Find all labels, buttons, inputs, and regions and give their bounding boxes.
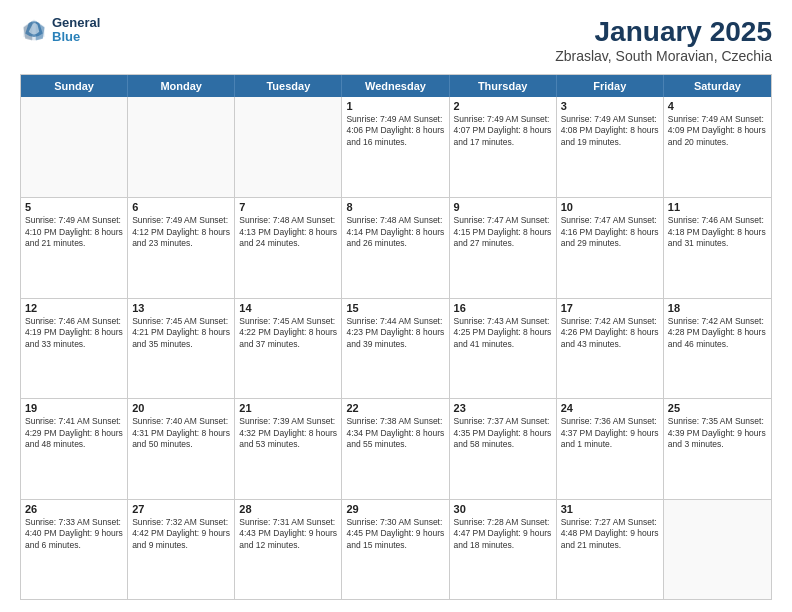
calendar-cell: 15Sunrise: 7:44 AM Sunset: 4:23 PM Dayli… (342, 299, 449, 398)
calendar-cell: 12Sunrise: 7:46 AM Sunset: 4:19 PM Dayli… (21, 299, 128, 398)
logo: General Blue (20, 16, 100, 45)
page: General Blue January 2025 Zbraslav, Sout… (0, 0, 792, 612)
day-info: Sunrise: 7:32 AM Sunset: 4:42 PM Dayligh… (132, 517, 230, 551)
day-info: Sunrise: 7:42 AM Sunset: 4:26 PM Dayligh… (561, 316, 659, 350)
day-number: 16 (454, 302, 552, 314)
title-block: January 2025 Zbraslav, South Moravian, C… (555, 16, 772, 64)
day-number: 8 (346, 201, 444, 213)
day-number: 15 (346, 302, 444, 314)
day-info: Sunrise: 7:28 AM Sunset: 4:47 PM Dayligh… (454, 517, 552, 551)
day-info: Sunrise: 7:47 AM Sunset: 4:15 PM Dayligh… (454, 215, 552, 249)
calendar-cell (128, 97, 235, 197)
calendar-cell (664, 500, 771, 599)
day-number: 2 (454, 100, 552, 112)
calendar-cell: 8Sunrise: 7:48 AM Sunset: 4:14 PM Daylig… (342, 198, 449, 297)
day-info: Sunrise: 7:37 AM Sunset: 4:35 PM Dayligh… (454, 416, 552, 450)
day-info: Sunrise: 7:30 AM Sunset: 4:45 PM Dayligh… (346, 517, 444, 551)
calendar-cell: 26Sunrise: 7:33 AM Sunset: 4:40 PM Dayli… (21, 500, 128, 599)
day-number: 31 (561, 503, 659, 515)
calendar-cell: 18Sunrise: 7:42 AM Sunset: 4:28 PM Dayli… (664, 299, 771, 398)
calendar-cell: 24Sunrise: 7:36 AM Sunset: 4:37 PM Dayli… (557, 399, 664, 498)
logo-text: General Blue (52, 16, 100, 45)
day-info: Sunrise: 7:39 AM Sunset: 4:32 PM Dayligh… (239, 416, 337, 450)
weekday-header: Sunday (21, 75, 128, 97)
day-info: Sunrise: 7:47 AM Sunset: 4:16 PM Dayligh… (561, 215, 659, 249)
day-info: Sunrise: 7:49 AM Sunset: 4:12 PM Dayligh… (132, 215, 230, 249)
day-number: 26 (25, 503, 123, 515)
calendar-cell: 17Sunrise: 7:42 AM Sunset: 4:26 PM Dayli… (557, 299, 664, 398)
day-number: 18 (668, 302, 767, 314)
weekday-header: Friday (557, 75, 664, 97)
day-info: Sunrise: 7:35 AM Sunset: 4:39 PM Dayligh… (668, 416, 767, 450)
day-number: 20 (132, 402, 230, 414)
day-info: Sunrise: 7:33 AM Sunset: 4:40 PM Dayligh… (25, 517, 123, 551)
day-info: Sunrise: 7:49 AM Sunset: 4:09 PM Dayligh… (668, 114, 767, 148)
day-number: 5 (25, 201, 123, 213)
day-number: 22 (346, 402, 444, 414)
day-info: Sunrise: 7:45 AM Sunset: 4:21 PM Dayligh… (132, 316, 230, 350)
calendar-cell: 14Sunrise: 7:45 AM Sunset: 4:22 PM Dayli… (235, 299, 342, 398)
calendar-row: 5Sunrise: 7:49 AM Sunset: 4:10 PM Daylig… (21, 197, 771, 297)
logo-line1: General (52, 16, 100, 30)
day-number: 6 (132, 201, 230, 213)
header: General Blue January 2025 Zbraslav, Sout… (20, 16, 772, 64)
day-number: 24 (561, 402, 659, 414)
day-info: Sunrise: 7:42 AM Sunset: 4:28 PM Dayligh… (668, 316, 767, 350)
calendar-cell (21, 97, 128, 197)
calendar-row: 12Sunrise: 7:46 AM Sunset: 4:19 PM Dayli… (21, 298, 771, 398)
calendar-cell: 31Sunrise: 7:27 AM Sunset: 4:48 PM Dayli… (557, 500, 664, 599)
day-number: 21 (239, 402, 337, 414)
logo-line2: Blue (52, 30, 100, 44)
day-number: 17 (561, 302, 659, 314)
day-number: 25 (668, 402, 767, 414)
weekday-header: Monday (128, 75, 235, 97)
day-info: Sunrise: 7:49 AM Sunset: 4:07 PM Dayligh… (454, 114, 552, 148)
calendar-subtitle: Zbraslav, South Moravian, Czechia (555, 48, 772, 64)
calendar-cell: 1Sunrise: 7:49 AM Sunset: 4:06 PM Daylig… (342, 97, 449, 197)
day-number: 10 (561, 201, 659, 213)
day-info: Sunrise: 7:40 AM Sunset: 4:31 PM Dayligh… (132, 416, 230, 450)
calendar-title: January 2025 (555, 16, 772, 48)
day-number: 23 (454, 402, 552, 414)
day-info: Sunrise: 7:44 AM Sunset: 4:23 PM Dayligh… (346, 316, 444, 350)
weekday-header: Thursday (450, 75, 557, 97)
calendar-row: 1Sunrise: 7:49 AM Sunset: 4:06 PM Daylig… (21, 97, 771, 197)
day-number: 7 (239, 201, 337, 213)
day-number: 4 (668, 100, 767, 112)
day-number: 13 (132, 302, 230, 314)
day-info: Sunrise: 7:45 AM Sunset: 4:22 PM Dayligh… (239, 316, 337, 350)
calendar-cell: 3Sunrise: 7:49 AM Sunset: 4:08 PM Daylig… (557, 97, 664, 197)
day-number: 12 (25, 302, 123, 314)
calendar-cell: 21Sunrise: 7:39 AM Sunset: 4:32 PM Dayli… (235, 399, 342, 498)
weekday-header: Tuesday (235, 75, 342, 97)
day-number: 14 (239, 302, 337, 314)
calendar-cell: 13Sunrise: 7:45 AM Sunset: 4:21 PM Dayli… (128, 299, 235, 398)
calendar-row: 19Sunrise: 7:41 AM Sunset: 4:29 PM Dayli… (21, 398, 771, 498)
calendar-cell: 9Sunrise: 7:47 AM Sunset: 4:15 PM Daylig… (450, 198, 557, 297)
day-info: Sunrise: 7:41 AM Sunset: 4:29 PM Dayligh… (25, 416, 123, 450)
day-number: 1 (346, 100, 444, 112)
calendar-cell: 5Sunrise: 7:49 AM Sunset: 4:10 PM Daylig… (21, 198, 128, 297)
day-number: 28 (239, 503, 337, 515)
day-info: Sunrise: 7:49 AM Sunset: 4:08 PM Dayligh… (561, 114, 659, 148)
calendar-cell: 7Sunrise: 7:48 AM Sunset: 4:13 PM Daylig… (235, 198, 342, 297)
calendar-cell: 2Sunrise: 7:49 AM Sunset: 4:07 PM Daylig… (450, 97, 557, 197)
calendar-cell: 30Sunrise: 7:28 AM Sunset: 4:47 PM Dayli… (450, 500, 557, 599)
day-number: 11 (668, 201, 767, 213)
calendar-cell: 20Sunrise: 7:40 AM Sunset: 4:31 PM Dayli… (128, 399, 235, 498)
day-info: Sunrise: 7:31 AM Sunset: 4:43 PM Dayligh… (239, 517, 337, 551)
calendar-cell: 16Sunrise: 7:43 AM Sunset: 4:25 PM Dayli… (450, 299, 557, 398)
calendar: SundayMondayTuesdayWednesdayThursdayFrid… (20, 74, 772, 600)
day-number: 3 (561, 100, 659, 112)
day-number: 30 (454, 503, 552, 515)
calendar-cell: 27Sunrise: 7:32 AM Sunset: 4:42 PM Dayli… (128, 500, 235, 599)
day-info: Sunrise: 7:46 AM Sunset: 4:19 PM Dayligh… (25, 316, 123, 350)
day-number: 29 (346, 503, 444, 515)
calendar-row: 26Sunrise: 7:33 AM Sunset: 4:40 PM Dayli… (21, 499, 771, 599)
calendar-cell: 10Sunrise: 7:47 AM Sunset: 4:16 PM Dayli… (557, 198, 664, 297)
weekday-header: Saturday (664, 75, 771, 97)
day-info: Sunrise: 7:48 AM Sunset: 4:13 PM Dayligh… (239, 215, 337, 249)
day-info: Sunrise: 7:27 AM Sunset: 4:48 PM Dayligh… (561, 517, 659, 551)
calendar-cell: 25Sunrise: 7:35 AM Sunset: 4:39 PM Dayli… (664, 399, 771, 498)
weekday-header: Wednesday (342, 75, 449, 97)
